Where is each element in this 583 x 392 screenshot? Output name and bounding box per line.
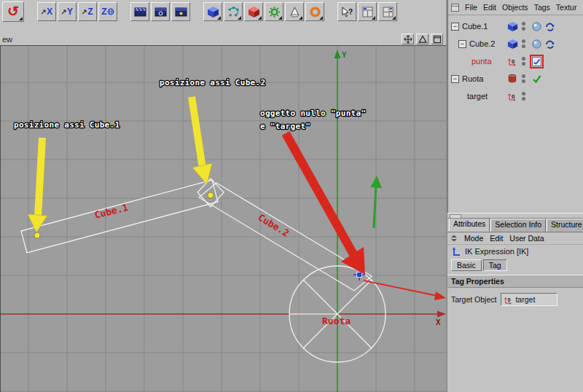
- add-torus-button[interactable]: [305, 2, 324, 21]
- y-axis-label: Y: [342, 50, 347, 60]
- visibility-dots: [518, 74, 528, 83]
- tab-attributes[interactable]: Attributes: [449, 219, 490, 232]
- mode-icon[interactable]: [450, 235, 458, 242]
- row-columns: 0: [506, 88, 528, 104]
- editor-visibility-dot[interactable]: [522, 22, 525, 26]
- viewport-menu-label[interactable]: ew: [2, 35, 12, 44]
- tab-tag[interactable]: Tag: [483, 259, 507, 271]
- rotate-view-button[interactable]: [416, 34, 429, 44]
- tree-row-cube1[interactable]: Cube.1: [448, 18, 583, 34]
- menu-edit[interactable]: Edit: [483, 3, 496, 12]
- render-visibility-dot[interactable]: [522, 27, 525, 31]
- render-visibility-dot[interactable]: [522, 79, 525, 83]
- undo-icon: ↺: [7, 4, 19, 18]
- menu-user-data[interactable]: User Data: [509, 234, 544, 243]
- cube-object-icon: [507, 21, 518, 32]
- expression-tag-icon[interactable]: [544, 21, 555, 32]
- pan-icon: [404, 35, 412, 44]
- render-visibility-dot[interactable]: [522, 97, 525, 101]
- annotation-cube1: posizione assi Cube.1: [14, 120, 120, 130]
- toolbar-separator: [26, 2, 36, 21]
- section-header: Tag Properties: [447, 275, 583, 288]
- maximize-icon: [433, 35, 442, 44]
- expression-tag-icon[interactable]: [544, 39, 555, 50]
- lock-x-axis-button[interactable]: X: [37, 2, 56, 21]
- cube1-axis-dot[interactable]: [34, 232, 40, 238]
- expander-icon[interactable]: [458, 40, 466, 48]
- maximize-view-button[interactable]: [431, 34, 443, 44]
- undo-button[interactable]: ↺: [2, 1, 24, 22]
- lock-z-axis-button[interactable]: Z: [78, 2, 97, 21]
- tree-row-cube2[interactable]: Cube.2: [448, 36, 583, 52]
- context-help-button[interactable]: ?: [337, 2, 356, 21]
- add-modeling-object-button[interactable]: [244, 2, 263, 21]
- layout-grid2-icon: [383, 7, 394, 17]
- add-deformer-button[interactable]: [265, 2, 283, 21]
- target-object-field[interactable]: 0 target: [501, 293, 557, 306]
- tree-row-target[interactable]: target 0: [448, 88, 583, 104]
- viewport-canvas[interactable]: Y X: [1, 46, 447, 392]
- editor-visibility-dot[interactable]: [522, 74, 525, 78]
- visibility-dots: [518, 57, 528, 66]
- panel-icon[interactable]: [451, 4, 459, 12]
- render-settings-button[interactable]: [171, 2, 190, 21]
- object-name[interactable]: target: [467, 92, 488, 101]
- coordinate-system-button[interactable]: Z: [98, 2, 117, 21]
- attribute-page-tabs: Basic Tag: [447, 258, 583, 273]
- main-toolbar: ↺ X Y Z Z: [0, 0, 447, 23]
- menu-file[interactable]: File: [465, 3, 477, 12]
- viewport-header: ew: [0, 23, 447, 45]
- add-cube-button[interactable]: [203, 2, 222, 21]
- attributes-manager: Attributes Selection Info Structure In M…: [447, 219, 583, 392]
- coord-z-label: Z: [101, 7, 106, 16]
- ik-expression-tag-icon[interactable]: [531, 56, 542, 67]
- menu-tags[interactable]: Tags: [534, 3, 550, 12]
- menu-am-edit[interactable]: Edit: [490, 234, 503, 243]
- tab-selection-info[interactable]: Selection Info: [490, 219, 546, 232]
- cylinder-object-icon: [507, 74, 517, 84]
- axis-x-label: X: [47, 7, 52, 16]
- expander-icon[interactable]: [451, 75, 459, 83]
- phong-tag-icon[interactable]: [531, 39, 542, 50]
- object-name[interactable]: Cube.2: [469, 39, 495, 48]
- tab-structure-info[interactable]: Structure In: [547, 219, 583, 232]
- panel-splitter[interactable]: [447, 213, 583, 219]
- menu-texture[interactable]: Textur: [556, 3, 577, 12]
- tab-basic[interactable]: Basic: [451, 259, 482, 271]
- layout-a-button[interactable]: [358, 2, 377, 21]
- editor-visibility-dot[interactable]: [522, 39, 525, 43]
- menu-objects[interactable]: Objects: [502, 3, 528, 12]
- render-visibility-dot[interactable]: [522, 62, 525, 66]
- red-cube-icon: [248, 6, 260, 18]
- render-view-button[interactable]: [130, 2, 149, 21]
- visibility-dots: [518, 92, 528, 101]
- object-name[interactable]: Cube.1: [462, 22, 488, 31]
- expression-enabled-check-icon[interactable]: [531, 74, 542, 85]
- axis-y-label: Y: [67, 7, 73, 16]
- axis-arrow-icon: [82, 9, 87, 15]
- editor-visibility-dot[interactable]: [522, 57, 525, 60]
- phong-tag-icon[interactable]: [531, 21, 542, 32]
- add-spline-button[interactable]: [224, 2, 243, 21]
- ik-expression-icon: [451, 246, 461, 256]
- tree-row-punta[interactable]: punta 0: [448, 53, 583, 69]
- axis-arrow-icon: [41, 9, 47, 15]
- render-region-button[interactable]: [151, 2, 170, 21]
- render-view-icon: [134, 7, 146, 17]
- null-object-icon: 0: [507, 91, 517, 101]
- menu-mode[interactable]: Mode: [464, 234, 483, 243]
- object-name-selected[interactable]: punta: [472, 57, 492, 66]
- layout-b-button[interactable]: [378, 2, 397, 21]
- render-visibility-dot[interactable]: [522, 44, 525, 48]
- cube-icon: [207, 6, 219, 18]
- add-light-button[interactable]: [285, 2, 304, 21]
- svg-text:0: 0: [508, 297, 511, 303]
- lock-y-axis-button[interactable]: Y: [58, 2, 77, 21]
- cube2-axis-dot[interactable]: [208, 192, 214, 198]
- expander-icon[interactable]: [451, 23, 459, 31]
- pan-view-button[interactable]: [402, 34, 414, 44]
- editor-visibility-dot[interactable]: [522, 92, 525, 95]
- layout-grid-icon: [362, 7, 373, 17]
- tree-row-ruota[interactable]: Ruota: [448, 71, 583, 87]
- object-name[interactable]: Ruota: [462, 74, 483, 83]
